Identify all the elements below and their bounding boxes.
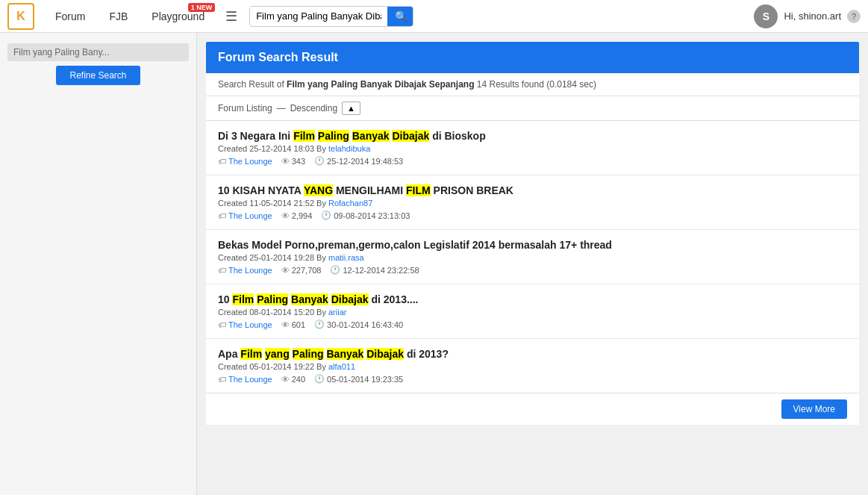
views-count-3: 227,708 (292, 266, 322, 275)
result-title-3: Bekas Model Porno,preman,germo,calon Leg… (218, 239, 847, 251)
views-item-1: 👁 343 (281, 157, 305, 166)
forum-listing-label: Forum Listing (218, 103, 272, 113)
content-area: Forum Search Result Search Result of Fil… (197, 33, 868, 495)
search-bar: 🔍 (249, 6, 413, 27)
eye-icon-3: 👁 (281, 266, 290, 275)
result-author-3[interactable]: matii.rasa (328, 253, 364, 262)
result-item: Bekas Model Porno,preman,germo,calon Leg… (206, 230, 859, 284)
nav-forum[interactable]: Forum (43, 0, 97, 33)
result-link-1[interactable]: Di 3 Negara Ini Film Paling Banyak Dibaj… (218, 130, 486, 142)
tag-item-3: 🏷 The Lounge (218, 266, 272, 275)
lastpost-item-4: 🕐 30-01-2014 16:43:40 (314, 320, 403, 329)
help-icon[interactable]: ? (847, 10, 861, 23)
result-header: Forum Search Result (206, 42, 859, 73)
views-item-3: 👁 227,708 (281, 266, 322, 275)
tag-lounge-3[interactable]: The Lounge (228, 266, 272, 275)
nav-fjb[interactable]: FJB (97, 0, 140, 33)
result-tags-3: 🏷 The Lounge 👁 227,708 🕐 12-12-2014 23:2… (218, 265, 847, 275)
clock-icon-2: 🕐 (321, 211, 331, 220)
result-meta-count: 14 Results found (0.0184 sec) (477, 79, 596, 90)
sort-toggle-button[interactable]: ▲ (342, 102, 360, 115)
clock-icon-1: 🕐 (314, 156, 325, 166)
last-post-2: 09-08-2014 23:13:03 (334, 211, 410, 220)
view-more-bar: View More (206, 393, 859, 425)
result-meta-prefix: Search Result of (218, 79, 284, 90)
main-layout: Film yang Paling Bany... Refine Search F… (0, 33, 868, 495)
result-author-5[interactable]: alfa011 (328, 362, 355, 371)
playground-badge: 1 NEW (188, 3, 216, 12)
tag-lounge-1[interactable]: The Lounge (228, 157, 272, 166)
eye-icon-1: 👁 (281, 157, 290, 166)
result-title-4: 10 Film Paling Banyak Dibajak di 2013...… (218, 293, 847, 305)
result-created-1: Created 25-12-2014 18:03 By (218, 144, 328, 153)
result-item: Di 3 Negara Ini Film Paling Banyak Dibaj… (206, 121, 859, 175)
result-link-5[interactable]: Apa Film yang Paling Banyak Dibajak di 2… (218, 348, 449, 360)
tag-icon-5: 🏷 (218, 375, 226, 384)
logo[interactable]: K (7, 3, 34, 30)
result-meta-row-5: Created 05-01-2014 19:22 By alfa011 (218, 362, 847, 371)
forum-listing-order: Descending (290, 103, 337, 113)
tag-lounge-2[interactable]: The Lounge (228, 211, 272, 220)
lastpost-item-3: 🕐 12-12-2014 23:22:58 (330, 265, 419, 275)
forum-listing-bar: Forum Listing — Descending ▲ (206, 96, 859, 121)
views-count-4: 601 (292, 320, 305, 329)
avatar: S (754, 4, 778, 28)
sidebar-search-box: Film yang Paling Bany... (7, 43, 189, 61)
result-meta-query: Film yang Paling Banyak Dibajak Sepanjan… (287, 79, 474, 90)
logo-text: K (16, 10, 25, 23)
result-link-3[interactable]: Bekas Model Porno,preman,germo,calon Leg… (218, 239, 612, 251)
result-meta-row-4: Created 08-01-2014 15:20 By ariiar (218, 308, 847, 317)
user-area[interactable]: S Hi, shinon.art ? (754, 4, 861, 28)
last-post-1: 25-12-2014 19:48:53 (327, 157, 403, 166)
tag-icon-3: 🏷 (218, 266, 226, 275)
result-title-2: 10 KISAH NYATA YANG MENGILHAMI FILM PRIS… (218, 184, 847, 196)
views-count-5: 240 (292, 375, 305, 384)
tag-lounge-5[interactable]: The Lounge (228, 375, 272, 384)
views-count-1: 343 (292, 157, 305, 166)
lastpost-item-5: 🕐 05-01-2014 19:23:35 (314, 374, 403, 384)
sidebar: Film yang Paling Bany... Refine Search (0, 33, 197, 495)
hamburger-menu[interactable]: ☰ (216, 0, 246, 33)
result-tags-5: 🏷 The Lounge 👁 240 🕐 05-01-2014 19:23:35 (218, 374, 847, 384)
tag-lounge-4[interactable]: The Lounge (228, 320, 272, 329)
results-container: Di 3 Negara Ini Film Paling Banyak Dibaj… (206, 121, 859, 393)
result-meta-row-3: Created 25-01-2014 19:28 By matii.rasa (218, 253, 847, 262)
clock-icon-3: 🕐 (330, 265, 340, 275)
views-item-4: 👁 601 (281, 320, 305, 329)
search-input[interactable] (250, 7, 387, 25)
view-more-button[interactable]: View More (781, 399, 847, 419)
nav-links: Forum FJB Playground 1 NEW (43, 0, 216, 33)
views-count-2: 2,994 (292, 211, 313, 220)
clock-icon-5: 🕐 (314, 374, 325, 384)
nav-playground[interactable]: Playground 1 NEW (140, 0, 216, 33)
tag-icon-1: 🏷 (218, 157, 226, 166)
result-link-2[interactable]: 10 KISAH NYATA YANG MENGILHAMI FILM PRIS… (218, 184, 513, 196)
result-created-5: Created 05-01-2014 19:22 By (218, 362, 328, 371)
tag-item-2: 🏷 The Lounge (218, 211, 272, 220)
last-post-3: 12-12-2014 23:22:58 (343, 266, 419, 275)
result-item: 10 Film Paling Banyak Dibajak di 2013...… (206, 284, 859, 339)
greeting-text: Hi, shinon.art (784, 10, 841, 22)
eye-icon-4: 👁 (281, 320, 290, 329)
avatar-initials: S (763, 10, 769, 22)
result-author-2[interactable]: Rofachan87 (328, 199, 372, 208)
search-button[interactable]: 🔍 (387, 7, 413, 26)
result-tags-2: 🏷 The Lounge 👁 2,994 🕐 09-08-2014 23:13:… (218, 211, 847, 220)
tag-icon-4: 🏷 (218, 320, 226, 329)
tag-item-5: 🏷 The Lounge (218, 375, 272, 384)
result-created-4: Created 08-01-2014 15:20 By (218, 308, 328, 317)
result-author-1[interactable]: telahdibuka (328, 144, 370, 153)
eye-icon-2: 👁 (281, 211, 290, 220)
lastpost-item-1: 🕐 25-12-2014 19:48:53 (314, 156, 403, 166)
tag-item-4: 🏷 The Lounge (218, 320, 272, 329)
result-title-5: Apa Film yang Paling Banyak Dibajak di 2… (218, 348, 847, 360)
result-meta: Search Result of Film yang Paling Banyak… (206, 73, 859, 96)
result-link-4[interactable]: 10 Film Paling Banyak Dibajak di 2013...… (218, 293, 419, 305)
result-tags-1: 🏷 The Lounge 👁 343 🕐 25-12-2014 19:48:53 (218, 156, 847, 166)
eye-icon-5: 👁 (281, 375, 290, 384)
views-item-5: 👁 240 (281, 375, 305, 384)
result-author-4[interactable]: ariiar (328, 308, 346, 317)
last-post-5: 05-01-2014 19:23:35 (327, 375, 403, 384)
clock-icon-4: 🕐 (314, 320, 325, 329)
refine-search-button[interactable]: Refine Search (56, 66, 140, 85)
